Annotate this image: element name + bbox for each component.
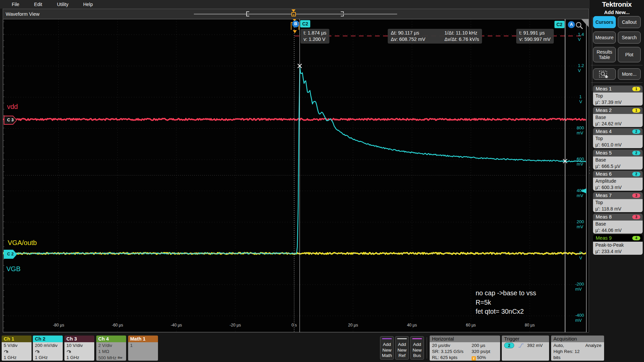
x-axis-tick: -40 µs [171,323,182,327]
meas-value: µ': 44.06 mV [595,227,643,234]
channel-info-text: 1 GHz [66,355,79,360]
cursor-b-time: t: 91.991 µs [519,30,551,36]
meas-type: Top [595,199,643,206]
cursor-b-handle-badge[interactable]: B [292,20,299,27]
add-new-math-button[interactable]: Add New Math [380,336,394,360]
x-axis-tick: -20 µs [230,323,241,327]
trace-vdd[interactable] [3,119,586,120]
channel-header: Ch 2 [33,336,63,342]
channel-info-row: 1 GHz [35,355,63,361]
acquisition-title: Acquisition [551,336,604,342]
add-new-ref-button[interactable]: Add New Ref [395,336,409,360]
meas-type: Top [595,135,643,142]
channel-badge-math1[interactable]: Math 11 [128,336,158,361]
trace-vgb[interactable] [3,67,586,254]
callout-annotation[interactable]: no cap ->base to vss R=5k fet qtot= 30nC… [476,289,536,316]
bottom-bar: Ch 15 V/div1 GHzCh 2200 mV/div1 GHzCh 31… [0,334,644,362]
meas-value: µ': 24.62 mV [595,121,643,127]
trigger-expansion-arrow[interactable] [293,30,297,33]
channel-header: Math 1 [128,336,158,342]
meas-card-2[interactable]: Meas 21Baseµ': 24.62 mV [593,107,643,127]
channel-info-row: 10 V/div [66,343,94,349]
cursor-a-handle-badge[interactable]: A [568,21,575,28]
acquisition-left-value: High Res: 12 bits [553,349,585,361]
sidebar-button-label: Callout [622,19,637,25]
trigger-pos-percent: 50% [477,355,486,360]
cursor-source-chip-left: C2 [300,20,310,27]
channel-info-row: 1 GHz [66,355,94,361]
horizontal-left-value: RL: 625 kpts [432,355,472,361]
horizontal-right-value: 320 ps/pt [472,349,500,355]
delta-time: Δt: 90.117 µs [391,30,441,36]
add-button-label: Add New Ref [396,342,408,359]
cursor-delta-readout[interactable]: Δt: 90.117 µs 1/Δt: 11.10 kHz Δv: 608.75… [388,29,482,44]
sidebar-button-plot[interactable]: Plot [618,47,641,62]
trigger-panel[interactable]: Trigger 2 392 mV [502,336,549,361]
settings-sidebar: Add New... CursorsCalloutMeasureSearchRe… [590,9,644,334]
sidebar-button-label: Measure [595,35,613,40]
view-left-bracket[interactable] [246,11,249,16]
meas-card-header: Meas 73 [593,192,643,199]
trigger-position-arrow[interactable] [291,9,296,12]
horizontal-panel[interactable]: Horizontal 20 µs/div200 µsSR: 3.125 GS/s… [430,336,500,361]
meas-card-header: Meas 62 [593,171,643,178]
horizontal-right-value: 200 µs [472,343,500,349]
bottom-separator [427,337,427,359]
meas-name: Meas 5 [596,150,612,156]
menu-item-file[interactable]: File [5,2,26,7]
meas-card-body: Topµ': 118.8 mV [593,199,643,212]
probe-icon [66,349,71,353]
menu-item-help[interactable]: Help [76,2,100,7]
acquisition-panel[interactable]: Acquisition Auto,AnalyzeHigh Res: 12 bit… [551,336,604,361]
channel-info-row: 1 [130,343,158,349]
acquisition-row: Auto,Analyze [553,343,604,349]
sidebar-button-label: Plot [625,52,633,57]
meas-card-1[interactable]: Meas 11Topµ': 37.39 mV [593,85,643,106]
sidebar-button-measure[interactable]: Measure [593,32,616,44]
menu-bar: FileEditUtilityHelp [0,0,590,9]
cursor-a-readout[interactable]: t: 1.874 µs v: 1.200 V [301,29,329,44]
horizontal-title: Horizontal [430,336,500,342]
sidebar-button-cursors[interactable]: Cursors [593,16,616,28]
meas-card-3[interactable]: Meas 42Topµ': 601.0 mV [593,128,643,148]
meas-card-5[interactable]: Meas 62Amplitudeµ': 600.3 mV [593,171,643,191]
sidebar-button-search[interactable]: Search [618,32,641,44]
meas-card-4[interactable]: Meas 52Baseµ': 666.5 µV [593,149,643,170]
channel-badge-ch2[interactable]: Ch 2200 mV/div1 GHz [33,336,63,361]
meas-card-7[interactable]: Meas 83Baseµ': 44.06 mV [593,214,643,234]
meas-card-6[interactable]: Meas 73Topµ': 118.8 mV [593,192,643,212]
trigger-position-icon[interactable]: T [291,12,296,16]
sidebar-button-more[interactable]: More... [618,68,641,80]
zoom-select-icon [599,70,610,78]
view-right-bracket[interactable] [341,11,344,16]
meas-source-badge: 3 [632,193,640,198]
cursor-a-time: t: 1.874 µs [304,30,326,36]
channel-info-text: 500 MHz [98,355,116,360]
waveform-view-title[interactable]: Waveform View [6,9,40,19]
channel-badge-ch4[interactable]: Ch 42 V/div1 MΩ500 MHzBw [96,336,126,361]
meas-value: µ': 600.3 mV [595,184,643,191]
sidebar-button-callout[interactable]: Callout [618,16,641,28]
graticule-grid [3,19,587,332]
waveform-canvas[interactable] [3,19,589,332]
tektronix-logo: Tektronix [590,0,644,9]
sidebar-button-results-table[interactable]: Results Table [593,47,616,62]
menu-item-utility[interactable]: Utility [50,2,75,7]
graticule-area[interactable]: B C2 C2 A t: 1.874 µs v: 1.200 V Δt: 90.… [3,19,589,332]
waveform-view-window: Waveform View T B C2 C2 A [3,9,589,333]
sidebar-button-label: Cursors [595,19,613,25]
x-axis-tick: 40 µs [407,323,417,327]
menu-item-edit[interactable]: Edit [27,2,49,7]
cursor-b-readout[interactable]: t: 91.991 µs v: 590.997 mV [516,29,554,44]
channel-info-row [35,349,63,355]
channel-badge-ch3[interactable]: Ch 310 V/div1 GHz [64,336,94,361]
meas-card-8[interactable]: Meas 94Peak-to-Peakµ': 233.4 mV [593,235,643,255]
channel-header: Ch 1 [2,336,32,342]
add-new-bus-button[interactable]: Add New Bus [410,336,424,360]
meas-name: Meas 8 [596,214,612,220]
sidebar-button-zoom-select[interactable] [593,68,616,80]
zoom-magnifier-icon[interactable] [575,21,584,30]
sidebar-button-label: More... [622,71,637,77]
channel-badge-ch1[interactable]: Ch 15 V/div1 GHz [2,336,32,361]
meas-name: Meas 7 [596,193,612,198]
